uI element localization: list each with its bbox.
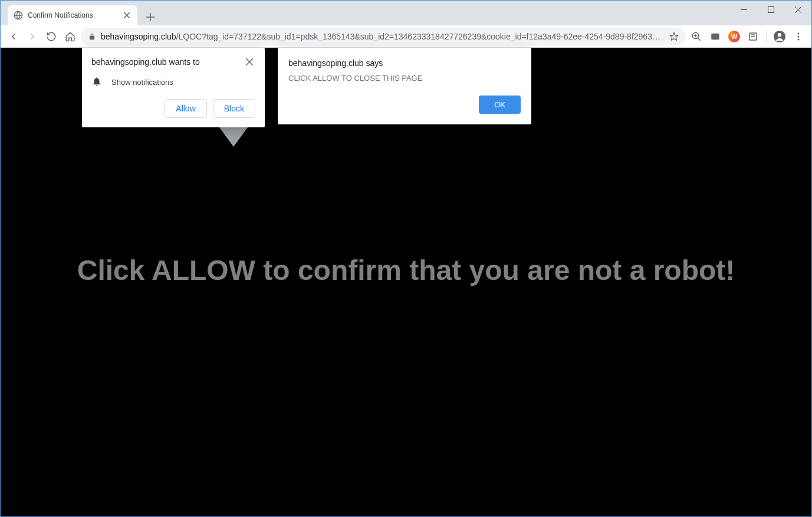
allow-button[interactable]: Allow — [165, 99, 206, 118]
permission-close-button[interactable] — [246, 57, 255, 67]
toolbar-separator — [766, 31, 767, 42]
svg-marker-9 — [670, 32, 678, 40]
svg-rect-14 — [711, 33, 719, 39]
url-text: behavingsoping.club/LQOC?tag_id=737122&s… — [101, 32, 665, 41]
svg-point-21 — [798, 35, 800, 37]
notification-permission-prompt: behavingsoping.club wants to Show notifi… — [82, 48, 265, 127]
tab-title: Confirm Notifications — [28, 11, 117, 19]
forward-button[interactable] — [24, 28, 41, 45]
chrome-menu-button[interactable] — [790, 28, 807, 45]
svg-rect-1 — [768, 6, 774, 12]
lock-icon — [88, 32, 96, 41]
svg-point-19 — [778, 33, 781, 37]
reading-list-icon[interactable] — [745, 28, 761, 45]
svg-point-20 — [798, 32, 800, 34]
bookmark-star-icon[interactable] — [669, 32, 679, 41]
permission-label: Show notifications — [111, 78, 173, 87]
alert-message: CLICK ALLOW TO CLOSE THIS PAGE — [288, 74, 521, 83]
profile-avatar-icon[interactable] — [771, 28, 788, 45]
browser-toolbar: behavingsoping.club/LQOC?tag_id=737122&s… — [1, 25, 811, 48]
new-tab-button[interactable] — [142, 9, 159, 25]
back-button[interactable] — [5, 28, 22, 45]
javascript-alert-dialog: behavingsoping.club says CLICK ALLOW TO … — [278, 48, 531, 124]
block-button[interactable]: Block — [213, 99, 255, 118]
globe-icon — [14, 11, 23, 20]
reload-button[interactable] — [43, 28, 60, 45]
window-minimize-button[interactable] — [730, 1, 757, 18]
window-controls — [730, 1, 811, 18]
zoom-icon[interactable] — [688, 28, 705, 45]
permission-prompt-title: behavingsoping.club wants to — [91, 57, 200, 67]
page-headline: Click ALLOW to confirm that you are not … — [77, 254, 735, 287]
window-maximize-button[interactable] — [757, 1, 784, 18]
alert-ok-button[interactable]: OK — [479, 96, 521, 114]
home-button[interactable] — [62, 28, 78, 45]
window-close-button[interactable] — [784, 1, 811, 18]
address-bar[interactable]: behavingsoping.club/LQOC?tag_id=737122&s… — [81, 28, 686, 45]
bell-icon — [91, 76, 102, 88]
browser-tab-active[interactable]: Confirm Notifications — [8, 5, 137, 25]
extension-w-icon[interactable]: W — [726, 28, 742, 45]
extension-icon[interactable] — [707, 28, 724, 45]
svg-point-22 — [798, 38, 800, 40]
tab-close-button[interactable] — [122, 11, 132, 20]
alert-title: behavingsoping.club says — [288, 58, 521, 68]
tab-strip: Confirm Notifications — [4, 4, 717, 25]
svg-line-11 — [698, 38, 701, 41]
